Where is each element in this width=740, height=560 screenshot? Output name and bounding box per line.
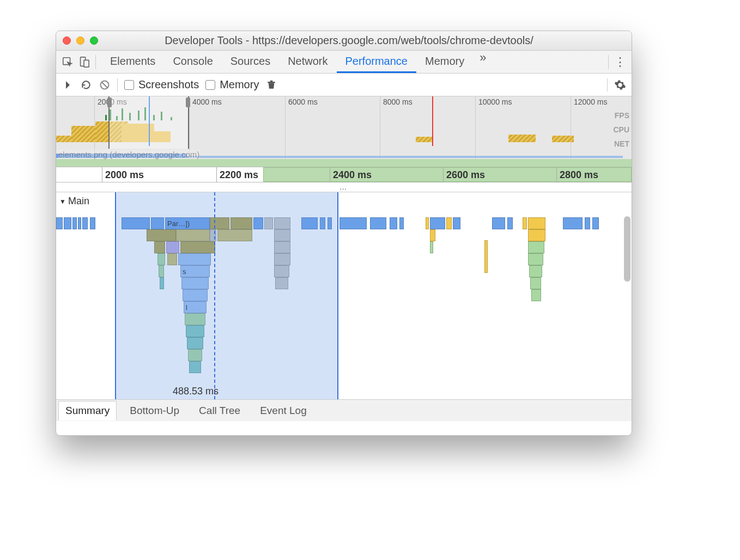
ruler-tick: 2200 ms [220,169,258,181]
clear-button[interactable] [99,79,111,91]
flame-block[interactable] [430,229,435,241]
device-toggle-icon[interactable] [76,54,92,70]
flame-block[interactable] [531,289,541,301]
flame-block[interactable] [183,289,208,301]
flame-block[interactable] [186,325,204,337]
flame-block[interactable] [154,241,165,253]
reload-record-button[interactable] [80,79,92,91]
flame-block[interactable] [274,265,289,277]
tab-event-log[interactable]: Event Log [253,401,313,420]
flame-block[interactable] [178,253,211,265]
flame-block[interactable] [530,277,541,289]
flame-block[interactable] [528,229,545,241]
flame-block[interactable] [528,253,543,265]
flame-block[interactable] [176,229,210,241]
flame-block[interactable] [157,253,165,265]
flame-block[interactable] [159,265,164,277]
task-block[interactable] [528,217,545,229]
task-block[interactable] [253,217,263,229]
task-block[interactable] [72,217,77,229]
flame-block[interactable] [189,361,201,373]
viewport-handle-left[interactable] [107,98,112,107]
collapsed-tracks-row[interactable]: … [56,182,632,192]
task-block[interactable] [90,217,95,229]
task-block[interactable] [231,217,252,229]
flame-block[interactable] [528,241,544,253]
flame-block[interactable] [180,241,215,253]
flame-block[interactable] [529,265,542,277]
flame-block[interactable]: s [180,265,210,277]
task-block[interactable] [453,217,460,229]
task-block[interactable] [585,217,590,229]
tab-summary[interactable]: Summary [58,401,117,421]
flame-block[interactable] [160,277,164,289]
record-button[interactable] [62,79,74,91]
task-block[interactable] [390,217,397,229]
flame-block[interactable] [274,241,290,253]
flame-block[interactable] [147,229,176,241]
task-block[interactable] [430,217,445,229]
task-block[interactable] [210,217,229,229]
tab-sources[interactable]: Sources [222,51,279,73]
flame-block[interactable] [181,277,209,289]
task-block[interactable] [563,217,583,229]
tabs-overflow-button[interactable]: » [473,51,493,73]
task-block[interactable] [327,217,332,229]
flame-block[interactable] [188,349,202,361]
task-block[interactable] [301,217,318,229]
flame-row [56,325,620,337]
tab-elements[interactable]: Elements [101,51,164,73]
flame-block[interactable] [274,229,290,241]
task-block[interactable] [523,217,527,229]
task-block[interactable] [264,217,273,229]
flame-block[interactable]: l [184,301,207,313]
task-block[interactable] [507,217,513,229]
scrollbar-thumb[interactable] [624,216,630,282]
task-block[interactable] [82,217,88,229]
task-block[interactable] [592,217,599,229]
flame-block[interactable] [185,313,205,325]
flame-block[interactable] [187,337,203,349]
settings-gear-icon[interactable] [614,79,626,91]
screenshots-checkbox[interactable]: Screenshots [124,78,199,91]
flamechart-main[interactable]: ▼ Main Par…]) [56,192,632,399]
tab-bottom-up[interactable]: Bottom-Up [123,401,186,420]
tab-console[interactable]: Console [164,51,221,73]
flame-block[interactable] [430,241,433,253]
overview-timeline[interactable]: 2000 ms 4000 ms 6000 ms 8000 ms 10000 ms… [56,96,632,167]
task-block[interactable] [122,217,150,229]
task-block[interactable] [339,217,367,229]
task-block[interactable] [320,217,325,229]
task-block[interactable] [492,217,505,229]
kebab-menu-icon[interactable]: ⋮ [612,55,628,69]
task-block[interactable] [151,217,164,229]
task-block[interactable] [399,217,404,229]
flame-block[interactable] [210,229,216,241]
task-block[interactable] [370,217,386,229]
task-block[interactable] [64,217,71,229]
memory-checkbox[interactable]: Memory [205,78,259,91]
overview-viewport-window[interactable] [108,96,189,149]
flame-block[interactable] [217,229,252,241]
task-block[interactable] [56,217,63,229]
flame-block[interactable] [484,240,488,273]
tab-memory[interactable]: Memory [416,51,473,73]
detail-ruler[interactable]: 2000 ms 2200 ms 2400 ms 2600 ms 2800 ms [56,167,632,182]
close-window-button[interactable] [63,36,71,45]
flame-block[interactable] [167,253,177,265]
trash-icon[interactable] [265,79,277,91]
flame-block[interactable] [275,277,288,289]
viewport-handle-right[interactable] [186,98,190,107]
task-block[interactable] [274,217,290,229]
task-block[interactable] [446,217,452,229]
tab-network[interactable]: Network [279,51,336,73]
tab-performance[interactable]: Performance [337,51,417,73]
vertical-scrollbar[interactable] [623,210,632,351]
tab-call-tree[interactable]: Call Tree [192,401,247,420]
flame-block[interactable] [274,253,290,265]
task-block[interactable] [78,217,81,229]
task-block[interactable]: Par…]) [165,217,210,229]
inspect-element-icon[interactable] [59,54,76,70]
task-block[interactable] [426,217,429,229]
flame-block[interactable] [166,241,179,253]
